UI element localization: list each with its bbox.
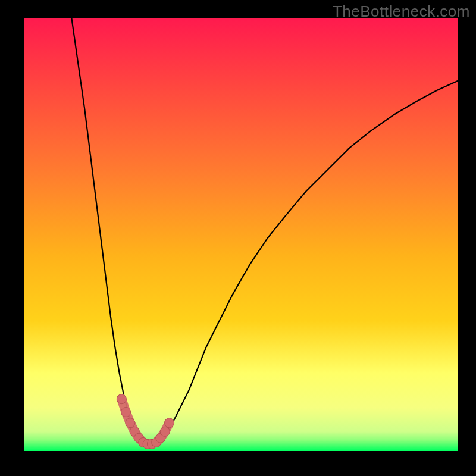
trough-marker: [126, 418, 135, 428]
trough-marker: [117, 394, 126, 404]
watermark-text: TheBottleneck.com: [333, 2, 470, 21]
chart-svg: [24, 18, 458, 451]
trough-marker: [121, 407, 131, 416]
trough-marker: [165, 418, 174, 428]
chart-outer-frame: TheBottleneck.com: [0, 0, 476, 476]
plot-frame: [24, 18, 458, 451]
gradient-background: [24, 18, 458, 451]
trough-marker: [160, 427, 170, 436]
plot-area: [24, 18, 458, 451]
